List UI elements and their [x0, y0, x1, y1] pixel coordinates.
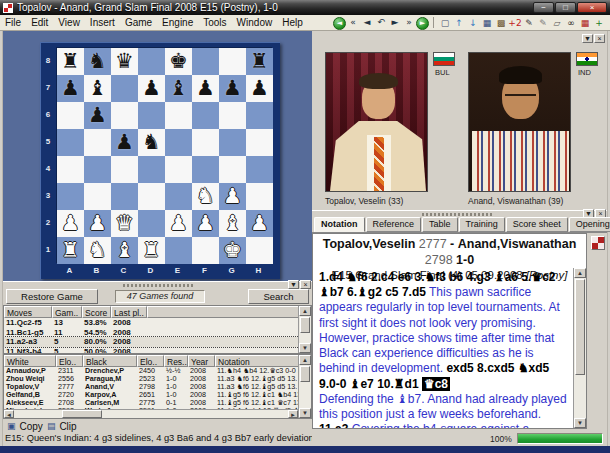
notation-splitter[interactable] — [312, 210, 607, 217]
games-header-3[interactable]: Elo.. — [137, 355, 164, 367]
games-header-4[interactable]: Res.. — [164, 355, 188, 367]
square-d1[interactable]: ♜ — [138, 237, 165, 264]
square-c5[interactable]: ♟ — [111, 129, 138, 156]
moves-row[interactable]: 11.Qc2-f51353.8%2008 — [4, 318, 311, 328]
goto-first-icon[interactable]: ◄ — [333, 17, 346, 30]
square-e8[interactable]: ♚ — [165, 48, 192, 75]
square-e7[interactable]: ♝ — [165, 75, 192, 102]
copy-button[interactable]: Copy — [20, 421, 43, 432]
tab-table[interactable]: Table — [422, 217, 458, 232]
scroll-thumb[interactable] — [300, 366, 310, 382]
restore-game-button[interactable]: Restore Game — [6, 289, 98, 304]
game-row[interactable]: Topalov,V2777Anand,V27981-0200811.a3 ♞f6… — [4, 383, 311, 391]
square-e2[interactable]: ♟ — [165, 210, 192, 237]
tab-score-sheet[interactable]: Score sheet — [506, 217, 568, 232]
square-c7[interactable] — [111, 75, 138, 102]
square-b4[interactable] — [84, 156, 111, 183]
back-icon[interactable]: ◄ — [360, 16, 374, 29]
pen-icon[interactable]: ✎ — [536, 16, 550, 29]
new-game-icon[interactable]: ▢ — [438, 16, 452, 29]
square-g4[interactable] — [219, 156, 246, 183]
spectacles-icon[interactable]: ∞ — [564, 16, 578, 29]
square-f3[interactable]: ♞ — [192, 183, 219, 210]
menu-view[interactable]: View — [53, 17, 85, 28]
pencil-icon[interactable]: ✎ — [522, 16, 536, 29]
pane-close-icon[interactable]: × — [594, 34, 605, 43]
square-h7[interactable]: ♟ — [246, 75, 273, 102]
square-d8[interactable] — [138, 48, 165, 75]
move-text[interactable]: 11.a3 — [319, 422, 348, 428]
square-g7[interactable]: ♟ — [219, 75, 246, 102]
square-d3[interactable] — [138, 183, 165, 210]
chess-board[interactable]: ♜♞♛♚♜♟♝♟♝♟♟♟♟♟♞♞♟♟♟♛♟♟♝♟♜♞♝♜♚ — [56, 47, 272, 263]
square-a7[interactable]: ♟ — [57, 75, 84, 102]
replay-icon[interactable]: » — [402, 16, 416, 29]
square-g2[interactable]: ♝ — [219, 210, 246, 237]
square-a3[interactable] — [57, 183, 84, 210]
game-row[interactable]: Alekseev,E2708Carlsen,M27750-1200811.♝g5… — [4, 399, 311, 407]
critical-position-icon[interactable] — [591, 236, 605, 250]
annotate-icon[interactable]: +2 — [508, 16, 522, 29]
square-e1[interactable] — [165, 237, 192, 264]
square-a4[interactable] — [57, 156, 84, 183]
moves-row[interactable]: 11.a2-a3580.0%2008 — [4, 337, 311, 347]
restore-button[interactable]: □ — [555, 2, 576, 13]
game-row[interactable]: Gelfand,B2720Karpov,A26511-0200811.♝g5 f… — [4, 391, 311, 399]
games-header-0[interactable]: White — [4, 355, 56, 367]
notation-scrollbar[interactable]: ▲ ▼ — [573, 268, 586, 428]
square-d4[interactable] — [138, 156, 165, 183]
moves-header-3[interactable]: Last pl.. — [111, 306, 147, 318]
square-h5[interactable] — [246, 129, 273, 156]
square-b7[interactable]: ♝ — [84, 75, 111, 102]
square-c3[interactable] — [111, 183, 138, 210]
scroll-up-icon[interactable]: ▲ — [299, 306, 311, 316]
square-c4[interactable] — [111, 156, 138, 183]
square-f2[interactable]: ♟ — [192, 210, 219, 237]
menu-engine[interactable]: Engine — [157, 17, 198, 28]
scroll-left-icon[interactable]: ◄ — [4, 410, 14, 418]
square-a5[interactable] — [57, 129, 84, 156]
square-h3[interactable] — [246, 183, 273, 210]
square-d6[interactable] — [138, 102, 165, 129]
scroll-right-icon[interactable]: ► — [288, 410, 298, 418]
square-a8[interactable]: ♜ — [57, 48, 84, 75]
game-row[interactable]: Zhou Weiqi2556Paragua,M25231-0200811.a3 … — [4, 375, 311, 383]
square-c8[interactable]: ♛ — [111, 48, 138, 75]
next-game-icon[interactable]: ↓ — [466, 16, 480, 29]
square-d5[interactable]: ♞ — [138, 129, 165, 156]
scroll-thumb[interactable] — [575, 279, 585, 375]
game-row[interactable]: Arnaudov,P2311Drenchev,P2450½-½200811.♞h… — [4, 367, 311, 375]
menu-edit[interactable]: Edit — [26, 17, 53, 28]
scroll-thumb[interactable] — [62, 410, 102, 418]
games-header-1[interactable]: Elo.. — [56, 355, 83, 367]
square-e5[interactable] — [165, 129, 192, 156]
save-as-icon[interactable]: ▩ — [494, 16, 508, 29]
square-b2[interactable]: ♟ — [84, 210, 111, 237]
menu-help[interactable]: Help — [277, 17, 308, 28]
moves-row[interactable]: 11.Bc1-g51154.5%2008 — [4, 328, 311, 338]
square-f4[interactable] — [192, 156, 219, 183]
menu-tools[interactable]: Tools — [198, 17, 231, 28]
tab-openings-book[interactable]: Openings Book — [569, 217, 610, 232]
scroll-down-icon[interactable]: ▼ — [574, 418, 586, 428]
square-c6[interactable] — [111, 102, 138, 129]
tab-notation[interactable]: Notation — [314, 217, 365, 232]
square-c2[interactable]: ♛ — [111, 210, 138, 237]
forward-icon[interactable]: ► — [388, 16, 402, 29]
square-c1[interactable]: ♝ — [111, 237, 138, 264]
square-g3[interactable]: ♟ — [219, 183, 246, 210]
square-f8[interactable] — [192, 48, 219, 75]
scroll-down-icon[interactable]: ▼ — [299, 343, 311, 353]
eraser-icon[interactable]: ▱ — [550, 16, 564, 29]
add-icon[interactable]: + — [592, 16, 606, 29]
square-h1[interactable] — [246, 237, 273, 264]
games-table-scrollbar[interactable]: ▲ ▼ — [298, 355, 311, 418]
moves-row[interactable]: 11.Nf3-h4550.0%2008 — [4, 347, 311, 355]
games-header-2[interactable]: Black — [83, 355, 137, 367]
moves-header-2[interactable]: Score — [82, 306, 111, 318]
current-move[interactable]: ♛c8 — [422, 377, 450, 391]
menu-window[interactable]: Window — [232, 17, 278, 28]
square-g8[interactable] — [219, 48, 246, 75]
square-f1[interactable] — [192, 237, 219, 264]
square-f5[interactable] — [192, 129, 219, 156]
